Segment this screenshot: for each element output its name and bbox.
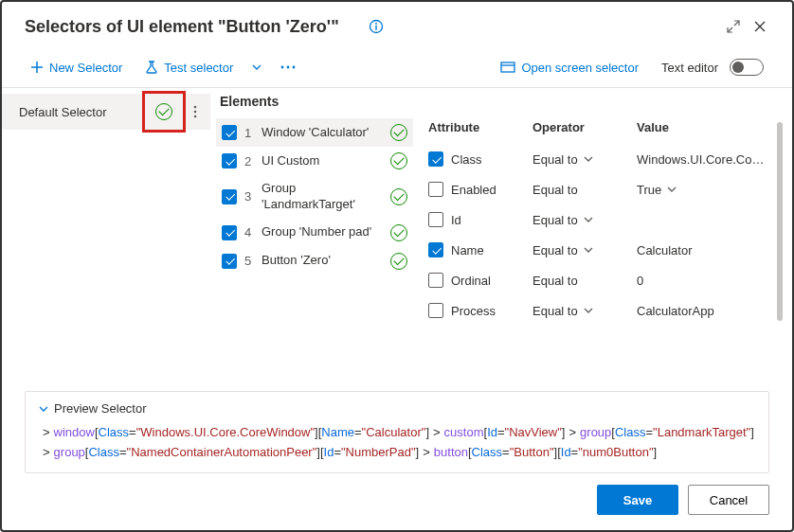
titlebar: Selectors of UI element "Button 'Zero'" [2, 2, 792, 47]
checkbox-icon[interactable] [428, 303, 443, 318]
open-screen-selector-button[interactable]: Open screen selector [495, 57, 644, 79]
chevron-down-icon [584, 154, 593, 164]
element-index: 1 [244, 126, 254, 140]
operator-cell[interactable]: Equal to [532, 243, 637, 257]
attribute-row: ClassEqual toWindows.UI.Core.CoreWindow [428, 144, 766, 174]
element-label: Group 'Number pad' [262, 224, 383, 240]
expand-icon[interactable] [720, 13, 747, 40]
open-screen-selector-label: Open screen selector [521, 61, 639, 75]
cancel-button[interactable]: Cancel [688, 485, 769, 515]
footer: Save Cancel [2, 485, 792, 530]
attributes-header: Attribute Operator Value [428, 116, 766, 144]
checkbox-icon[interactable] [428, 151, 443, 167]
attribute-name: Ordinal [451, 274, 491, 288]
attribute-name: Class [451, 152, 482, 167]
checkbox-icon[interactable] [428, 242, 443, 257]
selectors-column: Default Selector [2, 88, 210, 391]
header-value: Value [637, 120, 766, 134]
attributes-column: Attribute Operator Value ClassEqual toWi… [419, 88, 792, 391]
save-button[interactable]: Save [597, 485, 678, 515]
value-cell[interactable]: True [637, 183, 766, 197]
preview-toggle[interactable]: Preview Selector [39, 401, 755, 416]
test-selector-label: Test selector [164, 61, 233, 75]
checkbox-icon[interactable] [428, 182, 443, 197]
check-icon [390, 224, 407, 241]
test-selector-button[interactable]: Test selector [139, 57, 239, 79]
svg-point-4 [287, 66, 290, 69]
svg-point-5 [293, 66, 296, 69]
test-selector-dropdown[interactable] [250, 59, 263, 76]
close-icon[interactable] [747, 13, 773, 40]
attribute-name: Enabled [451, 183, 496, 197]
element-row[interactable]: 1Window 'Calculator' [216, 118, 413, 147]
element-row[interactable]: 3Group 'LandmarkTarget' [216, 175, 413, 219]
element-label: Button 'Zero' [262, 253, 383, 269]
header-operator: Operator [532, 120, 637, 134]
operator-cell[interactable]: Equal to [532, 274, 637, 288]
header-attribute: Attribute [428, 120, 532, 134]
svg-point-9 [194, 115, 197, 118]
element-row[interactable]: 5Button 'Zero' [216, 247, 413, 275]
scrollbar[interactable] [777, 122, 783, 321]
chevron-down-icon [584, 215, 593, 224]
more-actions-button[interactable] [275, 62, 301, 73]
value-cell[interactable]: 0 [637, 274, 766, 288]
text-editor-toggle[interactable]: Text editor [656, 55, 769, 80]
element-label: Group 'LandmarkTarget' [262, 181, 383, 213]
toggle-icon[interactable] [730, 59, 764, 76]
attribute-row: EnabledEqual toTrue [428, 174, 766, 204]
attribute-name: Id [451, 213, 461, 227]
check-icon [390, 253, 407, 270]
attribute-row: OrdinalEqual to0 [428, 265, 766, 295]
element-index: 2 [244, 154, 254, 168]
new-selector-label: New Selector [49, 61, 122, 75]
attribute-name: Process [451, 304, 496, 318]
selector-more-icon[interactable] [188, 105, 203, 118]
element-label: Window 'Calculator' [262, 125, 383, 141]
svg-rect-2 [375, 26, 376, 30]
operator-cell[interactable]: Equal to [532, 304, 637, 318]
attribute-row: ProcessEqual toCalculatorApp [428, 295, 766, 326]
chevron-down-icon [584, 306, 593, 315]
checkbox-icon[interactable] [222, 225, 237, 240]
element-row[interactable]: 2UI Custom [216, 147, 413, 175]
element-row[interactable]: 4Group 'Number pad' [216, 219, 413, 247]
operator-cell[interactable]: Equal to [532, 213, 637, 227]
checkbox-icon[interactable] [222, 189, 237, 204]
element-index: 3 [244, 189, 254, 204]
body: Default Selector Elements 1Window 'Calcu… [2, 88, 792, 391]
preview-panel: Preview Selector >window[Class="Windows.… [25, 391, 769, 473]
selector-status-highlight [142, 91, 186, 133]
check-icon [390, 124, 407, 141]
checkbox-icon[interactable] [428, 212, 443, 227]
chevron-down-icon [584, 245, 593, 255]
svg-point-1 [375, 23, 377, 25]
element-label: UI Custom [262, 153, 383, 169]
element-index: 5 [244, 254, 254, 268]
selector-row[interactable]: Default Selector [2, 94, 210, 130]
new-selector-button[interactable]: New Selector [25, 57, 128, 79]
checkbox-icon[interactable] [428, 273, 443, 288]
operator-cell[interactable]: Equal to [532, 183, 637, 197]
toolbar: New Selector Test selector Open screen s… [2, 47, 792, 88]
svg-point-7 [194, 106, 197, 109]
svg-point-3 [281, 66, 284, 69]
elements-heading: Elements [220, 94, 413, 109]
dialog: Selectors of UI element "Button 'Zero'" … [0, 0, 794, 532]
operator-cell[interactable]: Equal to [532, 152, 637, 167]
value-cell[interactable]: Windows.UI.Core.CoreWindow [637, 152, 766, 167]
elements-column: Elements 1Window 'Calculator'2UI Custom3… [210, 88, 419, 391]
dialog-title: Selectors of UI element "Button 'Zero'" [25, 17, 361, 37]
info-icon[interactable] [369, 19, 384, 34]
value-cell[interactable]: CalculatorApp [637, 304, 766, 318]
value-cell[interactable]: Calculator [637, 243, 766, 257]
text-editor-label: Text editor [661, 61, 718, 75]
checkbox-icon[interactable] [222, 125, 237, 140]
checkbox-icon[interactable] [222, 254, 237, 269]
checkbox-icon[interactable] [222, 153, 237, 168]
selector-name: Default Selector [19, 105, 142, 119]
attribute-row: NameEqual toCalculator [428, 235, 766, 265]
svg-rect-6 [501, 62, 514, 72]
chevron-down-icon [667, 185, 677, 194]
preview-selector-text: >window[Class="Windows.UI.Core.CoreWindo… [39, 425, 754, 459]
